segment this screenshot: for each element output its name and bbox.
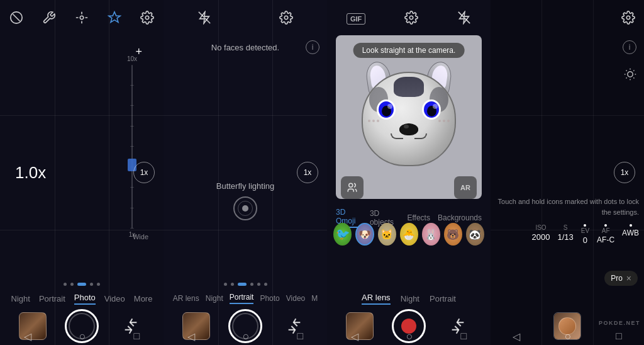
mode-ar-lens-p2[interactable]: AR lens	[173, 294, 199, 303]
af-setting[interactable]: AF AF-C	[597, 224, 614, 244]
svg-point-5	[284, 16, 288, 20]
gear-icon-p2[interactable]	[279, 11, 293, 27]
ar-text-btn[interactable]: AR	[454, 176, 477, 199]
ar-icon[interactable]	[108, 11, 121, 27]
nav-bar-p4: ◁ ○ □	[491, 327, 644, 345]
recent-btn-p2[interactable]: □	[297, 331, 303, 342]
gear-icon-p3[interactable]	[404, 11, 418, 27]
home-btn-p2[interactable]: ○	[243, 330, 250, 343]
recent-btn-p4[interactable]: □	[616, 331, 622, 342]
svg-point-8	[349, 183, 353, 187]
nav-dots-p1	[0, 283, 164, 286]
home-btn-p4[interactable]: ○	[565, 330, 572, 343]
panel-portrait: No faces detected. i Butterfly lighting …	[164, 0, 327, 345]
zoom-level: 1.0x	[15, 163, 46, 183]
mode-portrait-active-p2[interactable]: Portrait	[230, 293, 254, 304]
shutter-setting[interactable]: S 1/13	[557, 224, 573, 242]
nav-dots-p2	[164, 283, 327, 286]
panel-photo: 1.0x + 10x 1x Wide 1x	[0, 0, 164, 345]
iso-setting[interactable]: ISO 2000	[532, 224, 550, 242]
emoji-item-cat[interactable]: 🐱	[378, 223, 396, 246]
watermark: POKDE.NET	[599, 320, 640, 326]
emoji-item-bear[interactable]: 🐻	[444, 223, 462, 246]
mode-bar-p2: AR lens Night Portrait Photo Video M	[164, 288, 327, 308]
home-btn-p1[interactable]: ○	[79, 330, 86, 343]
wrench-icon[interactable]	[42, 11, 56, 27]
recent-btn-p1[interactable]: □	[133, 331, 140, 342]
mode-portrait-p3[interactable]: Portrait	[430, 294, 456, 303]
mode-night-p2[interactable]: Night	[206, 294, 223, 303]
gear-icon-p1[interactable]	[140, 11, 154, 27]
mode-bar-p3: AR lens Night Portrait	[327, 288, 491, 308]
tab-backgrounds[interactable]: Backgrounds	[438, 213, 482, 222]
tab-effects[interactable]: Effects	[407, 213, 430, 222]
mode-photo-active[interactable]: Photo	[74, 293, 96, 305]
gear-icon-p4[interactable]	[621, 11, 635, 27]
flash-off-icon[interactable]	[9, 11, 23, 28]
home-btn-p3[interactable]: ○	[406, 330, 413, 343]
emoji-strip: 🐦 🐶 🐱 🐣 🐰 🐻 🐼	[333, 223, 484, 246]
flash-off-icon-p2[interactable]	[197, 11, 211, 27]
back-btn-p2[interactable]: ◁	[187, 331, 195, 342]
emoji-item-panda[interactable]: 🐼	[466, 223, 484, 246]
wide-label: Wide	[133, 233, 148, 240]
zoom-1x-btn-p2[interactable]: 1x	[297, 162, 318, 183]
no-faces-text: No faces detected.	[211, 43, 279, 52]
ar-emoji-viewport: Look straight at the camera.	[336, 35, 482, 199]
pro-badge: Pro ×	[604, 271, 638, 286]
back-btn-p4[interactable]: ◁	[513, 331, 520, 342]
settings-hint-text: Touch and hold icons marked with dots to…	[496, 196, 639, 217]
nav-bar-p1: ◁ ○ □	[0, 327, 164, 345]
back-btn-p3[interactable]: ◁	[351, 331, 358, 342]
emoji-item-bird[interactable]: 🐦	[333, 223, 352, 246]
nav-bar-p3: ◁ ○ □	[327, 327, 491, 345]
mode-bar-p1: Night Portrait Photo Video More	[0, 288, 164, 308]
back-btn-p1[interactable]: ◁	[24, 331, 31, 342]
look-straight-badge: Look straight at the camera.	[353, 43, 465, 58]
nav-bar-p2: ◁ ○ □	[164, 327, 327, 345]
emoji-item-chick[interactable]: 🐣	[400, 223, 418, 246]
svg-line-1	[13, 14, 20, 21]
focus-icon[interactable]	[75, 11, 89, 27]
emoji-item-dog-selected[interactable]: 🐶	[355, 223, 374, 246]
svg-line-17	[626, 77, 627, 78]
svg-point-9	[626, 16, 630, 20]
svg-point-2	[80, 16, 84, 20]
svg-line-18	[633, 71, 634, 71]
zoom-1x-btn[interactable]: 1x	[133, 162, 155, 183]
panel-settings: i Touch and hold icons marked with dots …	[491, 0, 644, 345]
gif-icon[interactable]: GIF	[347, 13, 365, 25]
svg-point-10	[628, 72, 633, 77]
recent-btn-p3[interactable]: □	[460, 331, 467, 342]
ar-face-swap-btn[interactable]	[341, 176, 364, 199]
mode-video[interactable]: Video	[104, 294, 125, 303]
flash-off-icon-p3[interactable]	[457, 11, 471, 27]
butterfly-lighting-label: Butterfly lighting	[216, 181, 275, 191]
zoom-slider[interactable]: 10x 1x	[127, 55, 137, 238]
mode-portrait[interactable]: Portrait	[39, 294, 65, 303]
emoji-item-rabbit[interactable]: 🐰	[422, 223, 440, 246]
ev-setting[interactable]: EV 0	[581, 224, 589, 245]
mode-ar-active-p3[interactable]: AR lens	[362, 293, 391, 305]
brightness-icon-p4[interactable]	[624, 68, 636, 83]
mode-photo-p2[interactable]: Photo	[260, 294, 279, 303]
svg-point-6	[409, 16, 413, 20]
awb-setting[interactable]: AWB	[622, 224, 639, 237]
panel-ar-emoji: GIF Look straight at the camera.	[327, 0, 491, 345]
svg-line-14	[633, 77, 634, 78]
svg-point-3	[145, 16, 149, 20]
zoom-1x-btn-p4[interactable]: 1x	[614, 162, 635, 183]
mode-night-p3[interactable]: Night	[401, 294, 419, 303]
info-icon-p2[interactable]: i	[306, 40, 319, 54]
mode-video-p2[interactable]: Video	[286, 294, 305, 303]
mode-more-p2[interactable]: M	[311, 294, 318, 303]
info-icon-p4[interactable]: i	[623, 40, 636, 54]
mode-night[interactable]: Night	[11, 294, 30, 303]
pro-badge-close-btn[interactable]: ×	[626, 273, 631, 283]
svg-line-13	[626, 71, 627, 71]
lighting-mode-icon[interactable]	[233, 196, 257, 220]
mode-more[interactable]: More	[134, 294, 153, 303]
settings-values-row: ISO 2000 S 1/13 EV 0 AF AF-C AWB	[532, 224, 639, 245]
zoom-max-label: 10x	[127, 55, 137, 62]
